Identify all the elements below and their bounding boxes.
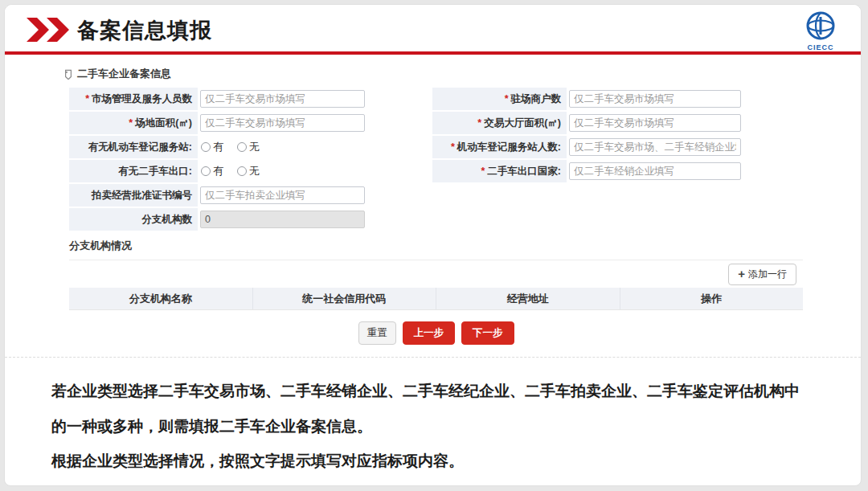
- has-export-label: 有无二手车出口:: [69, 160, 198, 182]
- instructions: 若企业类型选择二手车交易市场、二手车经销企业、二手车经纪企业、二手车拍卖企业、二…: [5, 358, 861, 479]
- radio-icon[interactable]: [237, 142, 247, 152]
- logo-text: CIECC: [798, 43, 843, 51]
- form-row: 分支机构数: [69, 208, 803, 231]
- site-area-label: *场地面积(㎡): [69, 112, 198, 134]
- radio-icon[interactable]: [201, 142, 211, 152]
- hall-area-input[interactable]: [569, 114, 741, 132]
- has-reg-station-option-no[interactable]: 无: [237, 140, 260, 154]
- radio-icon[interactable]: [201, 166, 211, 176]
- required-marker: *: [129, 117, 133, 129]
- required-marker: *: [481, 166, 485, 177]
- reset-button[interactable]: 重置: [358, 321, 396, 345]
- resident-merchants-input[interactable]: [569, 90, 741, 108]
- next-step-button[interactable]: 下一步: [461, 321, 514, 345]
- required-marker: *: [505, 93, 509, 104]
- section-header: 二手车企业备案信息: [63, 67, 803, 81]
- auction-cert-label: 拍卖经营批准证书编号: [69, 184, 198, 207]
- add-row-button[interactable]: + 添加一行: [728, 264, 796, 285]
- branch-count-input: [200, 211, 365, 228]
- form-row: 有无机动车登记服务站: 有 无 *机动车登记服务站人数:: [69, 136, 803, 158]
- page-title: 备案信息填报: [77, 16, 212, 45]
- branch-table-header: 分支机构名称 统一社会信用代码 经营地址 操作: [69, 288, 803, 310]
- col-branch-name: 分支机构名称: [69, 288, 253, 309]
- required-marker: *: [477, 117, 481, 129]
- has-reg-station-label: 有无机动车登记服务站:: [69, 136, 198, 158]
- tag-icon: [63, 68, 74, 80]
- export-countries-label: *二手车出口国家:: [432, 160, 567, 182]
- reg-station-staff-label: *机动车登记服务站人数:: [432, 136, 567, 158]
- col-address: 经营地址: [436, 288, 620, 309]
- form-row: 拍卖经营批准证书编号: [69, 184, 803, 207]
- has-reg-station-option-yes[interactable]: 有: [201, 140, 223, 154]
- plus-icon: +: [738, 270, 745, 278]
- branch-section-title: 分支机构情况: [69, 239, 803, 260]
- form-actions: 重置 上一步 下一步: [69, 321, 803, 345]
- ciecc-logo: CIECC: [798, 10, 843, 51]
- reg-station-staff-input[interactable]: [569, 138, 741, 156]
- market-staff-label: *市场管理及服务人员数: [69, 88, 198, 110]
- auction-cert-input[interactable]: [200, 186, 365, 204]
- form-row: *场地面积(㎡) *交易大厅面积(㎡): [69, 112, 803, 134]
- site-area-input[interactable]: [200, 114, 365, 132]
- has-export-option-yes[interactable]: 有: [201, 164, 223, 178]
- globe-icon: [805, 10, 837, 42]
- branch-count-label: 分支机构数: [69, 208, 198, 231]
- col-credit-code: 统一社会信用代码: [253, 288, 437, 309]
- has-reg-station-radio-group: 有 无: [201, 140, 260, 154]
- required-marker: *: [85, 93, 89, 104]
- required-marker: *: [451, 141, 455, 153]
- instruction-paragraph-2: 根据企业类型选择情况，按照文字提示填写对应指标项内容。: [51, 444, 814, 479]
- page: 备案信息填报 CIECC 二手车企业备案信息 *市场管理及服务人员数 *驻场商户…: [4, 4, 862, 486]
- prev-step-button[interactable]: 上一步: [403, 321, 456, 345]
- page-header: 备案信息填报 CIECC: [5, 5, 861, 55]
- radio-icon[interactable]: [237, 166, 247, 176]
- double-chevron-right-icon: [26, 17, 71, 46]
- market-staff-input[interactable]: [200, 90, 365, 108]
- form-row: 有无二手车出口: 有 无 *二手车出口国家:: [69, 160, 803, 182]
- has-export-radio-group: 有 无: [201, 164, 260, 178]
- add-row-bar: + 添加一行: [69, 260, 803, 288]
- col-operation: 操作: [620, 288, 804, 309]
- section-title: 二手车企业备案信息: [77, 67, 171, 81]
- form-row: *市场管理及服务人员数 *驻场商户数: [69, 88, 803, 110]
- hall-area-label: *交易大厅面积(㎡): [432, 112, 567, 134]
- export-countries-input[interactable]: [569, 162, 741, 180]
- resident-merchants-label: *驻场商户数: [432, 88, 567, 110]
- filing-form: 二手车企业备案信息 *市场管理及服务人员数 *驻场商户数 *场地面积(㎡) *交…: [5, 67, 861, 345]
- has-export-option-no[interactable]: 无: [237, 164, 260, 178]
- instruction-paragraph-1: 若企业类型选择二手车交易市场、二手车经销企业、二手车经纪企业、二手车拍卖企业、二…: [51, 374, 814, 444]
